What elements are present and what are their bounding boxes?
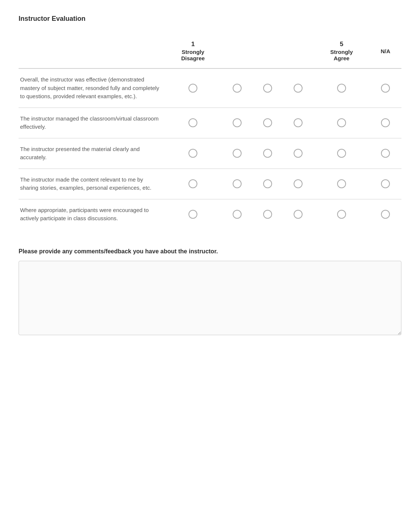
question-text: Overall, the instructor was effective (d… <box>20 76 159 99</box>
radio-cell <box>222 108 252 138</box>
table-row: Where appropriate, participants were enc… <box>19 199 401 230</box>
radio-option-4[interactable] <box>294 149 303 158</box>
question-text: Where appropriate, participants were enc… <box>20 207 149 222</box>
table-row: The instructor made the content relevant… <box>19 169 401 199</box>
radio-option-3[interactable] <box>263 149 272 158</box>
question-text: The instructor made the content relevant… <box>20 176 152 191</box>
comments-label: Please provide any comments/feedback you… <box>19 248 401 255</box>
radio-cell <box>252 199 283 230</box>
question-text: The instructor managed the classroom/vir… <box>20 115 159 130</box>
radio-option-3[interactable] <box>263 84 272 93</box>
table-row: Overall, the instructor was effective (d… <box>19 68 401 108</box>
radio-cell <box>313 108 369 138</box>
radio-option-5[interactable] <box>337 149 346 158</box>
radio-option-2[interactable] <box>233 210 242 219</box>
radio-cell <box>252 108 283 138</box>
radio-cell <box>283 138 313 169</box>
radio-cell <box>369 199 401 230</box>
radio-option-1[interactable] <box>188 179 197 188</box>
radio-cell <box>283 68 313 108</box>
radio-option-1[interactable] <box>188 84 197 93</box>
radio-cell <box>313 169 369 199</box>
radio-cell <box>222 199 252 230</box>
header-question <box>19 34 164 68</box>
radio-option-3[interactable] <box>263 210 272 219</box>
header-col5: 5 StronglyAgree <box>313 34 369 68</box>
radio-cell <box>164 199 222 230</box>
radio-option-1[interactable] <box>188 118 197 127</box>
radio-cell <box>164 108 222 138</box>
comments-textarea[interactable] <box>19 261 401 335</box>
header-colna: N/A <box>369 34 401 68</box>
radio-option-4[interactable] <box>294 210 303 219</box>
radio-option-2[interactable] <box>233 149 242 158</box>
question-cell: The instructor presented the material cl… <box>19 138 164 169</box>
radio-cell <box>369 68 401 108</box>
question-cell: The instructor made the content relevant… <box>19 169 164 199</box>
radio-cell <box>313 68 369 108</box>
radio-option-1[interactable] <box>188 210 197 219</box>
radio-cell <box>283 169 313 199</box>
question-cell: The instructor managed the classroom/vir… <box>19 108 164 138</box>
radio-cell <box>252 138 283 169</box>
radio-cell <box>252 68 283 108</box>
radio-cell <box>222 68 252 108</box>
radio-cell <box>313 199 369 230</box>
header-col2 <box>222 34 252 68</box>
table-row: The instructor managed the classroom/vir… <box>19 108 401 138</box>
radio-cell <box>283 108 313 138</box>
radio-option-4[interactable] <box>294 118 303 127</box>
radio-cell <box>283 199 313 230</box>
radio-option-2[interactable] <box>233 84 242 93</box>
radio-cell <box>369 138 401 169</box>
radio-option-1[interactable] <box>188 149 197 158</box>
radio-option-4[interactable] <box>294 84 303 93</box>
radio-option-2[interactable] <box>233 179 242 188</box>
header-col3 <box>252 34 283 68</box>
radio-option-6[interactable] <box>381 179 390 188</box>
radio-cell <box>252 169 283 199</box>
radio-option-5[interactable] <box>337 179 346 188</box>
radio-cell <box>164 169 222 199</box>
radio-option-3[interactable] <box>263 118 272 127</box>
header-col1: 1 StronglyDisagree <box>164 34 222 68</box>
radio-cell <box>313 138 369 169</box>
comments-section: Please provide any comments/feedback you… <box>19 248 401 337</box>
radio-option-5[interactable] <box>337 118 346 127</box>
radio-option-6[interactable] <box>381 84 390 93</box>
radio-option-5[interactable] <box>337 84 346 93</box>
radio-option-6[interactable] <box>381 210 390 219</box>
radio-cell <box>164 68 222 108</box>
radio-cell <box>369 169 401 199</box>
section-title: Instructor Evaluation <box>19 15 401 23</box>
radio-option-3[interactable] <box>263 179 272 188</box>
radio-cell <box>222 138 252 169</box>
radio-option-2[interactable] <box>233 118 242 127</box>
radio-cell <box>164 138 222 169</box>
radio-option-6[interactable] <box>381 118 390 127</box>
header-col4 <box>283 34 313 68</box>
radio-option-6[interactable] <box>381 149 390 158</box>
evaluation-table: 1 StronglyDisagree 5 StronglyAgree N/A O… <box>19 34 401 230</box>
table-row: The instructor presented the material cl… <box>19 138 401 169</box>
question-cell: Where appropriate, participants were enc… <box>19 199 164 230</box>
radio-cell <box>369 108 401 138</box>
radio-cell <box>222 169 252 199</box>
radio-option-4[interactable] <box>294 179 303 188</box>
question-cell: Overall, the instructor was effective (d… <box>19 68 164 108</box>
radio-option-5[interactable] <box>337 210 346 219</box>
question-text: The instructor presented the material cl… <box>20 146 140 161</box>
